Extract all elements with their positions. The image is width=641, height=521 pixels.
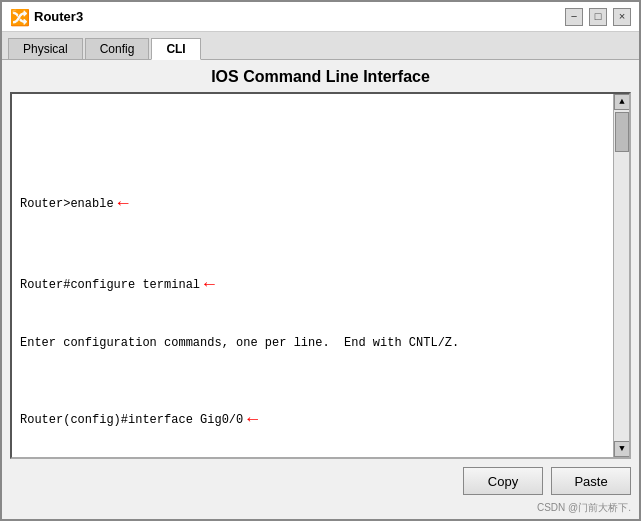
- app-icon: 🔀: [10, 8, 28, 26]
- cli-heading: IOS Command Line Interface: [2, 60, 639, 92]
- scroll-up-button[interactable]: ▲: [614, 94, 630, 110]
- scroll-down-button[interactable]: ▼: [614, 441, 630, 457]
- terminal-lines: Router>enable ← Router#configure termina…: [20, 136, 605, 457]
- scroll-thumb[interactable]: [615, 112, 629, 152]
- line-3: Enter configuration commands, one per li…: [20, 334, 605, 352]
- minimize-button[interactable]: −: [565, 8, 583, 26]
- paste-button[interactable]: Paste: [551, 467, 631, 495]
- maximize-button[interactable]: □: [589, 8, 607, 26]
- arrow-1: ←: [118, 190, 129, 217]
- window-title: Router3: [34, 9, 565, 24]
- copy-button[interactable]: Copy: [463, 467, 543, 495]
- main-window: 🔀 Router3 − □ × Physical Config CLI IOS …: [0, 0, 641, 521]
- watermark: CSDN @门前大桥下.: [2, 501, 639, 519]
- scroll-track: [614, 110, 629, 441]
- line-2: Router#configure terminal ←: [20, 271, 605, 298]
- tab-physical[interactable]: Physical: [8, 38, 83, 59]
- close-button[interactable]: ×: [613, 8, 631, 26]
- line-4: Router(config)#interface Gig0/0 ←: [20, 406, 605, 433]
- tab-bar: Physical Config CLI: [2, 32, 639, 60]
- scrollbar[interactable]: ▲ ▼: [613, 94, 629, 457]
- arrow-4: ←: [247, 406, 258, 433]
- tab-config[interactable]: Config: [85, 38, 150, 59]
- terminal-area[interactable]: Router>enable ← Router#configure termina…: [10, 92, 631, 459]
- terminal-output[interactable]: Router>enable ← Router#configure termina…: [12, 94, 613, 457]
- arrow-2: ←: [204, 271, 215, 298]
- title-bar: 🔀 Router3 − □ ×: [2, 2, 639, 32]
- tab-cli[interactable]: CLI: [151, 38, 200, 60]
- bottom-bar: Copy Paste: [2, 463, 639, 501]
- window-controls: − □ ×: [565, 8, 631, 26]
- line-1: Router>enable ←: [20, 190, 605, 217]
